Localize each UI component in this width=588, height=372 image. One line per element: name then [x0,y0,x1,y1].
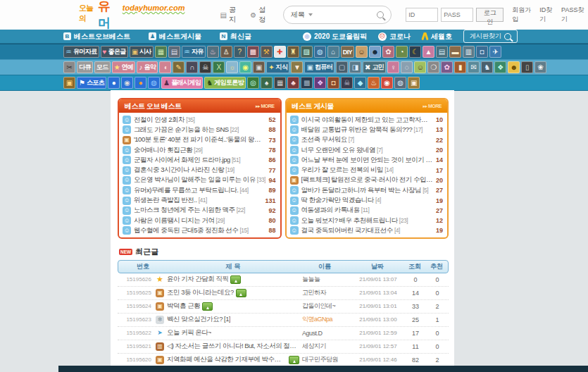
category-tile[interactable]: ☠ [199,61,211,73]
category-tile[interactable]: ☺ [356,46,368,58]
list-item[interactable]: 군필자 사이에서 화제인 드라마.jpg [51] 86 [123,155,276,165]
post-title[interactable]: 오늘 커픽 온다~ [167,328,299,337]
category-tile[interactable]: ▲ [423,46,434,58]
category-tile[interactable]: ✿ [382,46,394,58]
category-tile[interactable]: ▥ [463,46,475,58]
category-tile[interactable]: ✉ [468,61,480,73]
category-tile[interactable]: ☻ [369,46,381,58]
category-tile[interactable]: ✈ [489,46,501,58]
more-link[interactable]: ▸▸ MORE [423,104,442,109]
category-tile[interactable]: ♞ [481,61,493,73]
category-tile[interactable]: ◌ [401,61,413,73]
author-name[interactable]: 갑돌이인데~ [299,302,351,311]
list-item[interactable]: 위생논란 족발집 반전.. [41] 131 [123,195,276,205]
category-tile[interactable]: ▬ [449,46,461,58]
author-name[interactable]: 늘늘늘 [299,275,351,284]
find-id-link[interactable]: ID찾기 [539,6,557,24]
category-tile[interactable]: ◘ [476,46,488,58]
category-tile[interactable]: ☾ [409,46,421,58]
post-title[interactable]: 윤아 기자 간담회 직찍 [167,275,299,284]
author-name[interactable]: 대구민주당원 [299,355,351,364]
table-row[interactable]: 15195620 지역화폐 예산을 삭감한 기재부에 박수치는 이낙연 지지자들… [118,354,449,367]
list-item[interactable]: 우리가 잘 모르는 전복의 비밀 [14] 17 [290,165,444,175]
category-tile[interactable]: ♪ 음악 [137,61,158,73]
search-box[interactable]: 제목 [283,6,392,24]
category-tile[interactable]: ◘ [327,77,339,89]
category-tile[interactable]: ♜ [287,46,299,58]
login-button[interactable]: 로그인 [476,8,503,22]
table-row[interactable]: 15195623 벡신 맞으실건가요? [1] 익명aGNpa 21/09/01… [118,314,449,327]
category-tile[interactable]: ★ 연예 [112,61,136,73]
category-tile[interactable]: ∩ [186,61,198,73]
list-item[interactable]: 오은영 박사님이 말해주는 일을 미루는 이유 [33] 94 [123,175,276,185]
nav-tab[interactable]: ♟ 베스트게시물 [149,32,201,42]
list-item[interactable]: 이시국 야외활동이 제한되고 있는 고고학자들 근황 [4] 10 [290,115,444,125]
list-item[interactable]: 숭어매니아 횟집근황 [29] 78 [123,145,276,155]
category-tile[interactable]: ✿ [441,61,453,73]
list-item[interactable]: 딱 한숟가락만 먹겠습니다 [4] 19 [290,195,444,205]
category-tile[interactable]: ▣ 시사 [130,46,154,58]
category-tile[interactable]: ▩ [247,46,259,58]
category-tile[interactable]: 모드 [94,61,111,73]
list-item[interactable]: 배달원 교통법규 위반은 암묵적 동의??? [17] 13 [290,125,444,135]
author-name[interactable]: 고민하자 [299,288,351,297]
category-tile[interactable]: X [213,61,225,73]
table-row[interactable]: 15195626 윤아 기자 간담회 직찍 늘늘늘 21/09/01 13:07… [118,273,449,287]
post-title[interactable]: 벡신 맞으실건가요? [1] [167,315,299,324]
author-name[interactable]: 세상지기 [299,342,351,351]
sewol-link[interactable]: 세월호 [422,32,452,42]
category-tile[interactable]: ◍ [148,77,160,89]
list-item[interactable]: 결혼식중 3시간이나 사라진 신랑 [19] 77 [123,165,276,175]
category-tile[interactable]: ▣ 컴퓨터 [304,61,334,73]
list-item[interactable]: 오늘 뭐보지? 배우 추천해드립니다 [23] 12 [290,216,444,225]
category-tile[interactable]: ▮ [454,61,466,73]
category-tile[interactable]: ▤ [436,46,448,58]
category-tile[interactable]: ♥ 좋은글 [101,46,128,58]
category-tile[interactable]: ▣ [253,61,265,73]
category-tile[interactable]: ♨ [368,77,380,89]
post-title[interactable]: 박덕흠 근황 [167,302,299,311]
more-link[interactable]: ▸▸ MORE [256,104,274,109]
id-input[interactable] [406,8,438,22]
list-item[interactable]: 그래도 가끔은 순기능을 하는 SNS [22] 88 [123,125,276,135]
category-tile[interactable]: ⚑ 스포츠 [77,77,106,89]
category-tile[interactable]: ◍ [394,77,406,89]
board-search-button[interactable]: 게시판찾기 [463,30,518,43]
post-title[interactable]: 조민 3등 아니라는데요? [167,288,299,297]
list-item[interactable]: 사람은 이름땜시 디지는 거여 [29] 80 [123,216,276,225]
category-tile[interactable]: ▤ [168,46,180,58]
category-tile[interactable]: ✖ 고민 [363,61,386,73]
category-tile[interactable]: ♀ [387,61,399,73]
category-tile[interactable]: ◆ [354,77,366,89]
category-tile[interactable]: ◉ [121,77,133,89]
category-tile[interactable]: ▦ [155,46,167,58]
category-tile[interactable]: ▼ [291,61,303,73]
category-tile[interactable]: ❍ [427,61,439,73]
category-tile[interactable]: ☻ [508,61,520,73]
author-name[interactable]: 익명aGNpa [299,315,351,324]
category-tile[interactable]: ◨ [349,61,361,73]
table-row[interactable]: 15195625 조민 3등 아니라는데요? 고민하자 21/09/01 13:… [118,287,449,300]
category-tile[interactable]: ❖ [494,61,506,73]
search-icon[interactable] [377,11,384,18]
table-row[interactable]: 15195622 오늘 커픽 온다~ Agust.D 21/09/01 12:5… [118,327,449,340]
register-link[interactable]: 회원가입 [512,6,535,24]
list-item[interactable]: 너무 오랜만에 오유 왔네염 [7] 20 [290,145,444,155]
table-row[interactable]: 15195621 ◁) 자소서는 글쓰기 아니다! But, 자소서의 절대공식… [118,340,449,354]
category-tile[interactable]: ▩ [301,77,313,89]
list-item[interactable]: [팩트체크] 탈원전으로 중국·러시아 전기 수입 추진? [3] 20 [290,175,444,185]
category-tile[interactable]: ▨ [301,46,313,58]
category-tile[interactable]: ❖ [314,77,326,89]
table-row[interactable]: 15195624 박덕흠 근황 갑돌이인데~ 21/09/01 13:01 33… [118,300,449,314]
olympics-link[interactable]: ◎ 2020 도쿄올림픽 [303,32,367,42]
post-title[interactable]: ◁) 자소서는 글쓰기 아니다! But, 자소서의 절대공식이 있다! [167,342,299,351]
category-tile[interactable]: ✎ [173,61,184,73]
category-tile[interactable]: ⌂ [327,46,339,58]
list-item[interactable]: 웹수혈에 중독된 근대5종 정진화 선수 [15] 88 [123,225,276,235]
category-tile[interactable]: ◎ [247,77,259,89]
category-tile[interactable]: ◖ [159,61,171,73]
category-tile[interactable]: ✦ 지식 [266,61,289,73]
category-tile[interactable]: ♠ [261,77,273,89]
category-tile[interactable]: ? [234,46,246,58]
list-item[interactable]: 유머x)무례를 무릅쓰고 부탁드립니다. [44] 89 [123,185,276,195]
